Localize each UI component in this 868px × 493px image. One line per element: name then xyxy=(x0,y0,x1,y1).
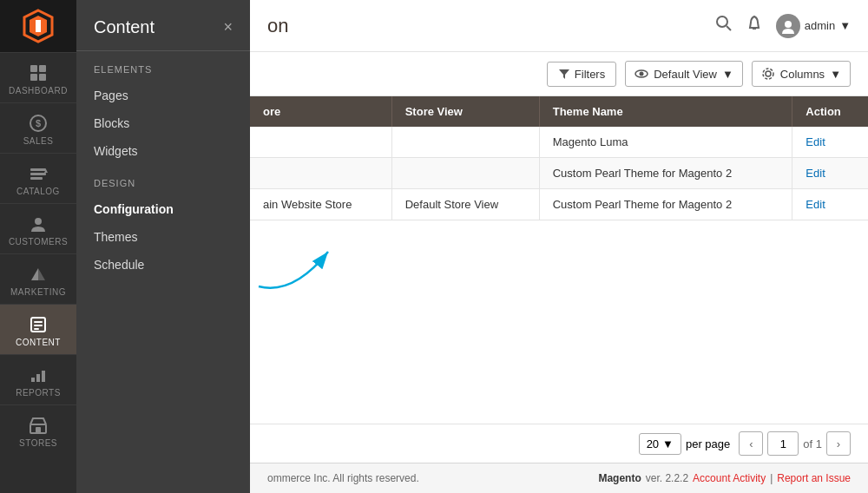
svg-rect-5 xyxy=(30,74,37,81)
table-header-row: ore Store View Theme Name Action xyxy=(250,96,868,127)
svg-point-13 xyxy=(35,218,42,225)
sidebar-label-reports: REPORTS xyxy=(16,388,61,398)
current-page[interactable]: 1 xyxy=(767,431,799,456)
flyout-section-design-label: Design xyxy=(76,165,250,195)
flyout-section-elements-label: Elements xyxy=(76,51,250,82)
flyout-item-themes[interactable]: Themes xyxy=(76,223,250,251)
column-header-theme-name: Theme Name xyxy=(539,96,792,127)
cell-theme-name: Magento Luma xyxy=(539,127,792,158)
cell-theme-name: Custom Pearl Theme for Magento 2 xyxy=(539,189,792,220)
filters-button[interactable]: Filters xyxy=(547,62,616,87)
dashboard-icon xyxy=(29,63,48,82)
default-view-dropdown[interactable]: Default View ▼ xyxy=(625,61,743,87)
svg-point-29 xyxy=(785,21,792,28)
edit-link-row2[interactable]: Edit xyxy=(806,167,825,180)
footer-brand: Magento xyxy=(598,472,641,484)
svg-marker-30 xyxy=(559,69,569,79)
page-of-label: of 1 xyxy=(803,437,822,450)
sidebar-label-catalog: CATALOG xyxy=(16,187,60,196)
toolbar: Filters Default View ▼ Columns ▼ xyxy=(250,52,868,96)
cell-store: ain Website Store xyxy=(250,189,391,220)
svg-marker-14 xyxy=(31,268,38,280)
sidebar-item-content[interactable]: CONTENT xyxy=(0,304,76,354)
table-row: Magento Luma Edit xyxy=(250,127,868,158)
svg-rect-22 xyxy=(42,371,45,382)
sidebar-label-dashboard: DASHBOARD xyxy=(9,86,68,95)
svg-rect-2 xyxy=(36,20,41,32)
columns-label: Columns xyxy=(780,68,825,81)
edit-link-row3[interactable]: Edit xyxy=(806,198,825,211)
icon-nav: DASHBOARD $ SALES CATALOG CUSTOMERS MARK… xyxy=(0,0,76,493)
table-container: ore Store View Theme Name Action Magento… xyxy=(250,96,868,424)
page-navigation: ‹ 1 of 1 › xyxy=(739,431,851,456)
sidebar-label-marketing: MARKETING xyxy=(10,287,66,297)
sidebar-label-customers: CUSTOMERS xyxy=(9,237,68,246)
flyout-item-blocks[interactable]: Blocks xyxy=(76,109,250,137)
cell-store xyxy=(250,127,391,158)
edit-link-row1[interactable]: Edit xyxy=(806,135,825,148)
cell-store-view xyxy=(391,127,539,158)
flyout-item-pages[interactable]: Pages xyxy=(76,82,250,109)
svg-text:$: $ xyxy=(36,118,41,128)
sidebar-item-stores[interactable]: STORES xyxy=(0,404,76,455)
sidebar-label-sales: SALES xyxy=(23,136,54,146)
admin-dropdown-icon: ▼ xyxy=(839,19,851,32)
table-row: ain Website Store Default Store View Cus… xyxy=(250,189,868,220)
column-header-action: Action xyxy=(792,96,868,127)
sidebar-label-stores: STORES xyxy=(19,438,57,448)
view-dropdown-arrow: ▼ xyxy=(722,68,733,81)
admin-username: admin xyxy=(805,19,835,32)
prev-page-button[interactable]: ‹ xyxy=(739,431,763,456)
flyout-item-schedule[interactable]: Schedule xyxy=(76,251,250,279)
logo-area[interactable] xyxy=(0,0,76,52)
columns-dropdown[interactable]: Columns ▼ xyxy=(752,61,851,87)
copyright-text: ommerce Inc. All rights reserved. xyxy=(267,472,419,484)
sidebar-item-marketing[interactable]: MARKETING xyxy=(0,253,76,304)
per-page-label: per page xyxy=(686,437,730,450)
svg-rect-11 xyxy=(30,177,43,180)
svg-rect-17 xyxy=(34,321,43,323)
footer-links: Magento ver. 2.2.2 Account Activity | Re… xyxy=(598,472,851,484)
cell-action: Edit xyxy=(792,158,868,189)
cell-action: Edit xyxy=(792,127,868,158)
cell-store-view: Default Store View xyxy=(391,189,539,220)
sidebar-item-customers[interactable]: CUSTOMERS xyxy=(0,203,76,253)
footer-separator: | xyxy=(770,472,773,484)
sidebar-item-catalog[interactable]: CATALOG xyxy=(0,153,76,203)
flyout-close-button[interactable]: × xyxy=(223,18,233,36)
main-content: on adm xyxy=(250,0,868,493)
reports-icon xyxy=(29,365,48,385)
page-title: on xyxy=(267,15,288,37)
sidebar-item-sales[interactable]: $ SALES xyxy=(0,102,76,153)
per-page-control: 20 ▼ per page xyxy=(639,433,731,455)
account-activity-link[interactable]: Account Activity xyxy=(693,472,766,484)
admin-user-menu[interactable]: admin ▼ xyxy=(776,14,851,38)
flyout-header: Content × xyxy=(76,17,250,51)
flyout-item-configuration[interactable]: Configuration xyxy=(76,195,250,223)
sidebar-item-dashboard[interactable]: DASHBOARD xyxy=(0,52,76,102)
next-page-button[interactable]: › xyxy=(826,431,851,456)
svg-marker-15 xyxy=(38,268,45,280)
search-icon[interactable] xyxy=(715,15,733,36)
svg-rect-10 xyxy=(30,173,46,175)
default-view-label: Default View xyxy=(654,68,717,81)
sidebar-item-reports[interactable]: REPORTS xyxy=(0,354,76,404)
report-issue-link[interactable]: Report an Issue xyxy=(777,472,851,484)
svg-rect-6 xyxy=(39,74,46,81)
svg-rect-20 xyxy=(31,378,35,382)
table-row: Custom Pearl Theme for Magento 2 Edit xyxy=(250,158,868,189)
filter-icon xyxy=(558,68,570,80)
per-page-select[interactable]: 20 ▼ xyxy=(639,433,681,455)
content-icon xyxy=(29,315,48,334)
svg-point-34 xyxy=(763,69,773,79)
svg-rect-24 xyxy=(36,427,41,433)
svg-rect-4 xyxy=(39,65,46,72)
cell-theme-name: Custom Pearl Theme for Magento 2 xyxy=(539,158,792,189)
column-header-store-view: Store View xyxy=(391,96,539,127)
magento-logo-icon xyxy=(21,9,56,43)
customers-icon xyxy=(29,214,48,233)
flyout-item-widgets[interactable]: Widgets xyxy=(76,137,250,165)
notifications-icon[interactable] xyxy=(746,15,763,36)
cell-store-view xyxy=(391,158,539,189)
sales-icon: $ xyxy=(29,114,48,133)
